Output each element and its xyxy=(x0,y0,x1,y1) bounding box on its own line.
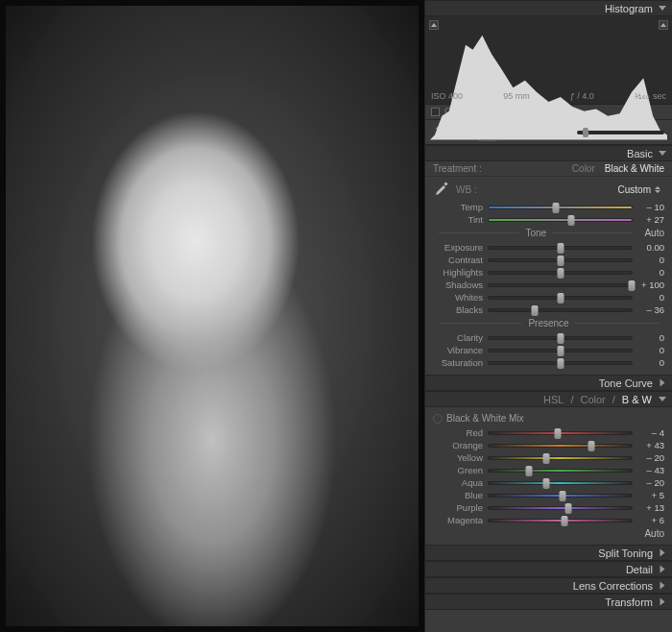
slider-label: Blue xyxy=(433,490,483,500)
slider-knob[interactable] xyxy=(531,305,538,316)
slider-track[interactable] xyxy=(488,296,633,300)
chevron-down-icon xyxy=(659,6,666,11)
slider-value: 0 xyxy=(637,345,664,355)
slider-blacks[interactable]: Blacks – 36 xyxy=(433,304,664,316)
slider-knob[interactable] xyxy=(542,478,549,489)
bw-auto[interactable]: Auto xyxy=(433,528,664,539)
slider-value: 0 xyxy=(637,357,664,368)
split-toning-header[interactable]: Split Toning xyxy=(425,545,672,561)
slider-tint[interactable]: Tint + 27 xyxy=(433,213,664,226)
slider-value: + 100 xyxy=(637,280,664,290)
slider-track[interactable] xyxy=(488,494,633,498)
slider-track[interactable] xyxy=(488,258,633,262)
slider-value: – 43 xyxy=(637,465,664,475)
slider-vibrance[interactable]: Vibrance 0 xyxy=(433,344,664,356)
tone-curve-header[interactable]: Tone Curve xyxy=(425,375,672,391)
slider-red[interactable]: Red – 4 xyxy=(433,426,664,439)
basic-header[interactable]: Basic xyxy=(425,145,672,161)
slider-track[interactable] xyxy=(488,271,633,275)
slider-value: 0 xyxy=(637,255,664,265)
histogram-display[interactable]: ISO 400 95 mm ƒ / 4.0 ¹⁄₁₆₀ sec xyxy=(425,16,672,105)
slider-track[interactable] xyxy=(488,431,633,435)
exif-shutter: ¹⁄₁₆₀ sec xyxy=(635,91,666,101)
slider-knob[interactable] xyxy=(568,215,575,226)
slider-label: Contrast xyxy=(433,255,483,265)
exif-row: ISO 400 95 mm ƒ / 4.0 ¹⁄₁₆₀ sec xyxy=(431,91,666,101)
slider-purple[interactable]: Purple + 13 xyxy=(433,501,664,514)
chevron-down-icon xyxy=(660,598,665,606)
slider-knob[interactable] xyxy=(629,280,636,291)
slider-knob[interactable] xyxy=(561,516,567,526)
tone-curve-title: Tone Curve xyxy=(599,377,653,389)
slider-track[interactable] xyxy=(488,336,633,340)
slider-track[interactable] xyxy=(488,444,633,448)
slider-highlights[interactable]: Highlights 0 xyxy=(433,266,664,279)
auto-tone[interactable]: Auto xyxy=(644,228,664,238)
slider-knob[interactable] xyxy=(554,428,561,439)
slider-knob[interactable] xyxy=(557,346,564,356)
slider-knob[interactable] xyxy=(557,358,564,369)
basic-title: Basic xyxy=(627,148,653,159)
tool-size-slider[interactable] xyxy=(577,131,664,134)
slider-whites[interactable]: Whites 0 xyxy=(433,291,664,304)
slider-track[interactable] xyxy=(488,206,633,209)
slider-track[interactable] xyxy=(488,361,633,365)
target-adjust-icon[interactable] xyxy=(433,414,443,424)
wb-select[interactable]: Custom xyxy=(614,184,664,195)
transform-header[interactable]: Transform xyxy=(425,594,672,610)
slider-yellow[interactable]: Yellow – 20 xyxy=(433,451,664,464)
slider-track[interactable] xyxy=(488,469,633,473)
slider-shadows[interactable]: Shadows + 100 xyxy=(433,279,664,291)
slider-knob[interactable] xyxy=(588,441,595,451)
treatment-color[interactable]: Color xyxy=(572,163,595,174)
slider-exposure[interactable]: Exposure 0.00 xyxy=(433,241,664,254)
slider-orange[interactable]: Orange + 43 xyxy=(433,439,664,451)
slider-track[interactable] xyxy=(488,349,633,352)
slider-knob[interactable] xyxy=(557,333,564,344)
slider-knob[interactable] xyxy=(553,203,560,213)
histogram-header[interactable]: Histogram xyxy=(425,0,672,16)
slider-temp[interactable]: Temp – 10 xyxy=(433,201,664,213)
slider-value: + 27 xyxy=(637,214,664,225)
eyedropper-icon[interactable] xyxy=(433,181,450,198)
slider-label: Yellow xyxy=(433,452,483,463)
slider-knob[interactable] xyxy=(557,255,564,266)
slider-track[interactable] xyxy=(488,246,633,250)
tab-color[interactable]: Color xyxy=(580,394,605,405)
detail-header[interactable]: Detail xyxy=(425,561,672,577)
tab-bw[interactable]: B & W xyxy=(622,394,652,405)
slider-value: + 13 xyxy=(637,502,664,513)
slider-label: Magenta xyxy=(433,515,483,525)
slider-knob[interactable] xyxy=(542,453,549,464)
slider-saturation[interactable]: Saturation 0 xyxy=(433,356,664,369)
slider-magenta[interactable]: Magenta + 6 xyxy=(433,514,664,526)
slider-clarity[interactable]: Clarity 0 xyxy=(433,331,664,344)
tab-hsl[interactable]: HSL xyxy=(543,394,564,405)
slider-knob[interactable] xyxy=(565,503,572,514)
slider-aqua[interactable]: Aqua – 20 xyxy=(433,476,664,489)
slider-track[interactable] xyxy=(488,481,633,485)
slider-knob[interactable] xyxy=(560,491,566,501)
slider-track[interactable] xyxy=(488,456,633,460)
chevron-down-icon xyxy=(660,582,665,590)
slider-green[interactable]: Green – 43 xyxy=(433,464,664,476)
hsl-header[interactable]: HSL/ Color/ B & W xyxy=(425,391,672,407)
slider-track[interactable] xyxy=(488,308,633,312)
slider-contrast[interactable]: Contrast 0 xyxy=(433,254,664,266)
slider-track[interactable] xyxy=(488,519,633,523)
chevron-down-icon xyxy=(660,379,665,387)
treatment-row: Treatment : Color Black & White xyxy=(425,161,672,177)
image-preview[interactable] xyxy=(0,0,424,632)
slider-knob[interactable] xyxy=(557,243,564,254)
slider-knob[interactable] xyxy=(525,466,532,476)
slider-value: 0.00 xyxy=(637,242,664,253)
slider-track[interactable] xyxy=(488,506,633,510)
slider-track[interactable] xyxy=(488,283,633,287)
lens-corrections-header[interactable]: Lens Corrections xyxy=(425,577,672,594)
slider-track[interactable] xyxy=(488,218,633,222)
slider-blue[interactable]: Blue + 5 xyxy=(433,489,664,501)
treatment-bw[interactable]: Black & White xyxy=(605,163,664,174)
slider-knob[interactable] xyxy=(557,293,564,304)
slider-label: Exposure xyxy=(433,242,483,253)
slider-knob[interactable] xyxy=(557,268,564,279)
